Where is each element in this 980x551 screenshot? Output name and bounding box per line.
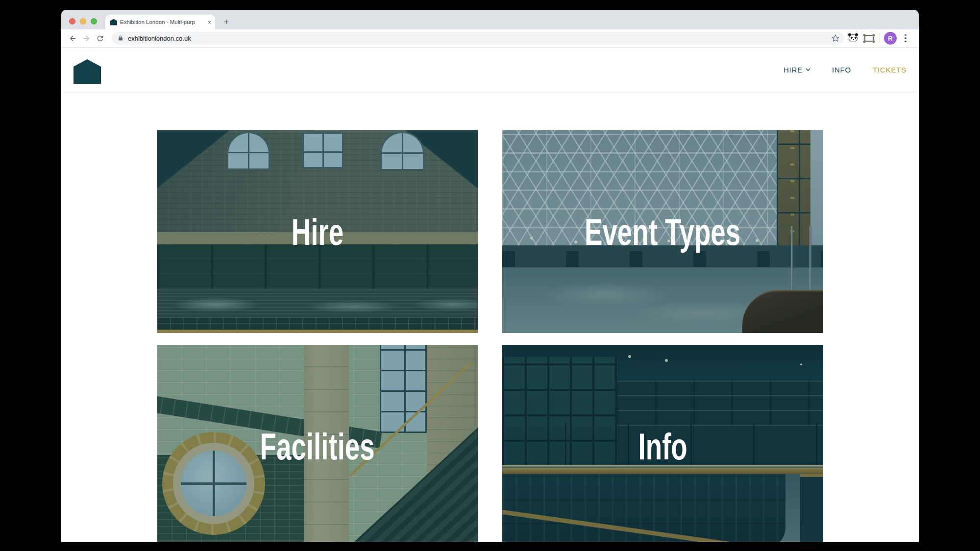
- lock-icon: [118, 35, 123, 41]
- nav-info-label: INFO: [832, 66, 851, 74]
- nav-item-info[interactable]: INFO: [832, 66, 851, 74]
- card-title-facilities: Facilities: [157, 345, 478, 542]
- card-info[interactable]: Info: [502, 345, 823, 542]
- card-event-types[interactable]: Event Types: [502, 130, 823, 333]
- forward-button[interactable]: [79, 31, 93, 45]
- site-navigation: HIRE INFO TICKETS: [784, 48, 906, 92]
- reload-button[interactable]: [93, 31, 107, 45]
- browser-toolbar: exhibitionlondon.co.uk R: [61, 29, 919, 48]
- nav-item-tickets[interactable]: TICKETS: [873, 66, 906, 74]
- back-button[interactable]: [66, 31, 79, 45]
- tab-title: Exhibition London - Multi-purp: [120, 19, 204, 25]
- browser-window: Exhibition London - Multi-purp × + exhib…: [61, 10, 919, 542]
- card-grid: Hire Event Types: [157, 92, 823, 542]
- screen-background: Exhibition London - Multi-purp × + exhib…: [0, 0, 980, 551]
- chevron-down-icon: [806, 67, 810, 72]
- toolbar-separator: [880, 34, 880, 43]
- card-title-hire: Hire: [157, 130, 478, 333]
- minimize-window-button[interactable]: [80, 18, 86, 24]
- screenshot-frame-icon: [864, 35, 874, 42]
- card-title-event-types: Event Types: [502, 130, 823, 333]
- profile-avatar[interactable]: R: [884, 32, 897, 45]
- page-viewport: HIRE INFO TICKETS: [61, 48, 919, 542]
- reload-icon: [96, 34, 104, 43]
- back-arrow-icon: [69, 34, 77, 43]
- forward-arrow-icon: [82, 34, 91, 43]
- browser-tab[interactable]: Exhibition London - Multi-purp ×: [105, 15, 215, 29]
- window-controls: [69, 18, 97, 24]
- screenshot-extension-button[interactable]: [862, 31, 876, 45]
- url-text[interactable]: exhibitionlondon.co.uk: [128, 35, 832, 42]
- close-window-button[interactable]: [69, 18, 75, 24]
- card-hire[interactable]: Hire: [157, 130, 478, 333]
- tab-close-icon[interactable]: ×: [207, 19, 211, 25]
- nav-tickets-label: TICKETS: [873, 66, 906, 74]
- new-tab-button[interactable]: +: [220, 16, 233, 28]
- zoom-window-button[interactable]: [91, 18, 97, 24]
- address-bar[interactable]: exhibitionlondon.co.uk: [112, 32, 844, 45]
- card-facilities[interactable]: Facilities: [157, 345, 478, 542]
- tab-strip: Exhibition London - Multi-purp × +: [61, 10, 919, 29]
- nav-hire-label: HIRE: [784, 66, 803, 74]
- panda-icon: [849, 34, 858, 42]
- bookmark-star-icon[interactable]: [832, 34, 839, 42]
- tab-favicon-house-icon: [110, 19, 117, 25]
- browser-menu-button[interactable]: [899, 31, 912, 45]
- site-logo-house-icon[interactable]: [74, 59, 101, 84]
- card-title-info: Info: [502, 345, 823, 542]
- site-header: HIRE INFO TICKETS: [61, 48, 919, 92]
- panda-extension-button[interactable]: [846, 31, 860, 45]
- nav-item-hire[interactable]: HIRE: [784, 66, 810, 74]
